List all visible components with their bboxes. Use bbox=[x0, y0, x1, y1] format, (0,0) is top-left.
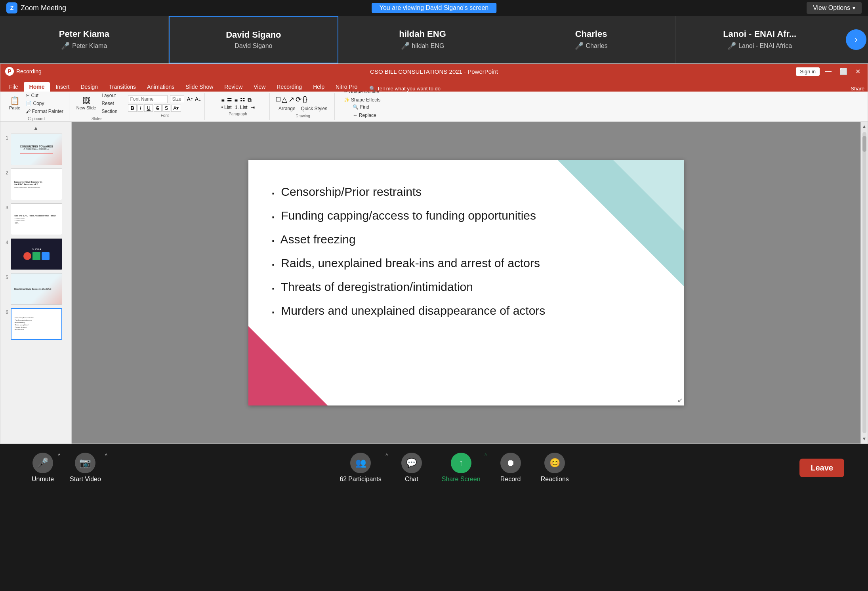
tab-design[interactable]: Design bbox=[75, 82, 103, 92]
underline-button[interactable]: U bbox=[144, 104, 153, 112]
shape-curve-icon[interactable]: ⟳ bbox=[296, 95, 301, 104]
tab-review[interactable]: Review bbox=[219, 82, 248, 92]
share-chevron-icon[interactable]: ^ bbox=[485, 453, 487, 458]
font-color-button[interactable]: A▾ bbox=[171, 105, 181, 112]
section-button[interactable]: Section bbox=[99, 108, 120, 115]
bullet-1: Censorship/Prior restraints bbox=[272, 184, 652, 200]
indent-button[interactable]: ⇥ bbox=[251, 105, 255, 110]
scroll-down-arrow[interactable]: ▼ bbox=[861, 435, 868, 443]
slide-item-3[interactable]: 3 Has the EAC Role Asked of the Task? ▪ … bbox=[3, 203, 69, 235]
tab-file[interactable]: File bbox=[4, 82, 24, 92]
paste-button[interactable]: 📋 Paste bbox=[7, 96, 23, 111]
tab-nitro[interactable]: Nitro Pro bbox=[330, 82, 363, 92]
slide-item-2[interactable]: 2 Space for Civil Society inthe EAC Fram… bbox=[3, 168, 69, 200]
shape-triangle-icon[interactable]: △ bbox=[282, 95, 287, 104]
tab-transitions[interactable]: Transitions bbox=[103, 82, 141, 92]
reset-button[interactable]: Reset bbox=[99, 100, 120, 107]
bold-button[interactable]: B bbox=[128, 104, 136, 112]
slide-thumb-2[interactable]: Space for Civil Society inthe EAC Framew… bbox=[11, 168, 62, 200]
italic-button[interactable]: I bbox=[137, 104, 144, 112]
slide-panel-scroll-up[interactable]: ▲ bbox=[3, 125, 69, 131]
paste-icon: 📋 bbox=[10, 97, 20, 105]
font-name-input[interactable] bbox=[128, 95, 168, 103]
arrange-button[interactable]: Arrange bbox=[276, 105, 298, 112]
font-size-input[interactable] bbox=[170, 95, 184, 103]
slide-item-6[interactable]: 6 ▪ Censorship/Prior restraints ▪ Fundin… bbox=[3, 308, 69, 340]
strikethrough-button[interactable]: S̶ bbox=[154, 104, 162, 112]
maximize-button[interactable]: ⬜ bbox=[837, 68, 850, 75]
participant-item-4[interactable]: Charles 🎤 Charles bbox=[507, 16, 676, 63]
format-painter-button[interactable]: 🖌 Format Painter bbox=[23, 108, 66, 115]
bullet-list-button[interactable]: • List bbox=[221, 105, 231, 110]
next-participant-button[interactable]: › bbox=[846, 29, 866, 50]
slide-thumb-4[interactable]: SLIDE 4 bbox=[11, 238, 62, 270]
participant-item-2[interactable]: David Sigano David Sigano bbox=[169, 16, 339, 63]
tab-slideshow[interactable]: Slide Show bbox=[180, 82, 219, 92]
leave-button[interactable]: Leave bbox=[799, 459, 844, 477]
align-right-button[interactable]: ≡ bbox=[235, 97, 238, 103]
unmute-tool[interactable]: 🎤 Unmute ^ bbox=[24, 449, 62, 486]
justify-button[interactable]: ☷ bbox=[240, 97, 245, 103]
drawing-label: Drawing bbox=[296, 114, 310, 118]
reactions-tool[interactable]: 😊 Reactions bbox=[533, 449, 577, 486]
participants-tool[interactable]: 👥 62 Participants ^ bbox=[332, 449, 389, 486]
resize-handle[interactable]: ↙ bbox=[677, 396, 683, 404]
slide-thumb-5[interactable]: Shedding Civic Space in the EAC bbox=[11, 273, 62, 305]
tab-home[interactable]: Home bbox=[24, 82, 50, 92]
tab-recording[interactable]: Recording bbox=[271, 82, 307, 92]
slide-thumb-3[interactable]: Has the EAC Role Asked of the Task? ▪ Co… bbox=[11, 203, 62, 235]
participant-item-5[interactable]: Lanoi - ENAI Afr... 🎤 Lanoi - ENAI Afric… bbox=[675, 16, 844, 63]
align-center-button[interactable]: ☰ bbox=[227, 97, 232, 103]
replace-button[interactable]: ↔ Replace bbox=[350, 112, 378, 119]
slide-thumb-1[interactable]: CONSULTING TOWARDS A REGIONAL CSO BILL bbox=[11, 134, 62, 165]
tab-help[interactable]: Help bbox=[307, 82, 330, 92]
reactions-label: Reactions bbox=[541, 476, 569, 483]
participant-item-3[interactable]: hildah ENG 🎤 hildah ENG bbox=[338, 16, 507, 63]
shape-outline-button[interactable]: ✏ Shape Outline bbox=[341, 92, 383, 95]
slide-item-5[interactable]: 5 Shedding Civic Space in the EAC bbox=[3, 273, 69, 305]
ribbon-toolbar: 📋 Paste ✂ Cut 📄 Copy 🖌 Format Painter Cl… bbox=[0, 92, 868, 122]
participant-item-1[interactable]: Peter Kiama 🎤 Peter Kiama bbox=[0, 16, 169, 63]
unmute-chevron-icon[interactable]: ^ bbox=[58, 453, 60, 458]
layout-button[interactable]: Layout bbox=[99, 92, 120, 99]
shape-rect-icon[interactable]: □ bbox=[276, 95, 280, 103]
start-video-tool[interactable]: 📷 Start Video ^ bbox=[62, 449, 109, 486]
align-left-button[interactable]: ≡ bbox=[221, 97, 224, 103]
new-slide-button[interactable]: 🖼 New Slide bbox=[74, 96, 99, 111]
columns-button[interactable]: ⧉ bbox=[248, 97, 252, 103]
copy-button[interactable]: 📄 Copy bbox=[23, 100, 66, 107]
font-size-dec[interactable]: A↓ bbox=[195, 96, 201, 102]
minimize-button[interactable]: — bbox=[823, 68, 834, 75]
slide-item-1[interactable]: 1 CONSULTING TOWARDS A REGIONAL CSO BILL bbox=[3, 134, 69, 165]
numbered-list-button[interactable]: 1. List bbox=[235, 105, 248, 110]
share-screen-tool[interactable]: ↑ Share Screen ^ bbox=[434, 449, 488, 486]
find-button[interactable]: 🔍 Find bbox=[350, 103, 378, 111]
tab-view[interactable]: View bbox=[248, 82, 271, 92]
tab-insert[interactable]: Insert bbox=[50, 82, 75, 92]
font-size-inc[interactable]: A↑ bbox=[187, 96, 193, 102]
shape-arrow-icon[interactable]: ↗ bbox=[288, 95, 294, 104]
shape-brace-icon[interactable]: {} bbox=[303, 95, 307, 103]
slides-label: Slides bbox=[92, 117, 102, 121]
tell-me-input[interactable]: 🔍 Tell me what you want to do bbox=[369, 86, 441, 92]
shape-effects-button[interactable]: ✨ Shape Effects bbox=[341, 96, 383, 103]
close-button[interactable]: ✕ bbox=[853, 68, 863, 75]
view-options-button[interactable]: View Options bbox=[807, 2, 862, 14]
participant-sub-5: 🎤 Lanoi - ENAI Africa bbox=[727, 42, 792, 50]
chat-tool[interactable]: 💬 Chat bbox=[393, 449, 430, 486]
share-button[interactable]: Share bbox=[851, 86, 864, 92]
video-chevron-icon[interactable]: ^ bbox=[105, 453, 107, 458]
participants-chevron-icon[interactable]: ^ bbox=[385, 453, 388, 458]
sign-in-button[interactable]: Sign in bbox=[796, 67, 820, 76]
record-tool[interactable]: ⏺ Record bbox=[492, 449, 529, 486]
participant-nav[interactable]: › bbox=[844, 29, 868, 50]
quick-styles-button[interactable]: Quick Styles bbox=[299, 105, 330, 112]
scroll-thumb[interactable] bbox=[862, 136, 866, 152]
slides-buttons: 🖼 New Slide Layout Reset Section bbox=[74, 92, 120, 115]
cut-button[interactable]: ✂ Cut bbox=[23, 92, 66, 99]
shadow-button[interactable]: S bbox=[162, 104, 171, 112]
slide-item-4[interactable]: 4 SLIDE 4 bbox=[3, 238, 69, 270]
tab-animations[interactable]: Animations bbox=[141, 82, 180, 92]
slide-thumb-6[interactable]: ▪ Censorship/Prior restraints ▪ Funding … bbox=[11, 308, 62, 340]
scroll-up-arrow[interactable]: ▲ bbox=[861, 122, 868, 130]
